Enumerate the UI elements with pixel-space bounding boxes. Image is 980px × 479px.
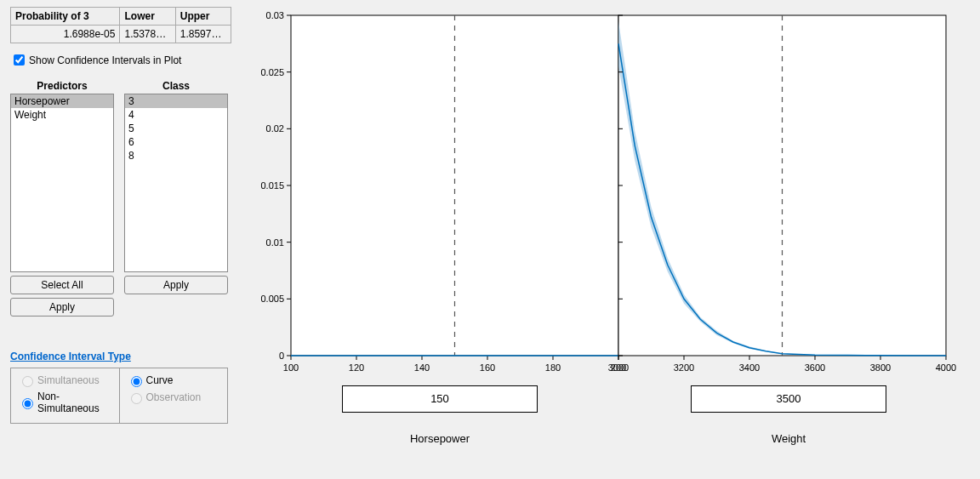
th-upper: Upper: [175, 8, 231, 26]
list-item[interactable]: 6: [125, 135, 227, 149]
chart-svg: 00.0050.010.0150.020.0250.03100120140160…: [248, 7, 963, 373]
list-item[interactable]: Weight: [11, 108, 113, 122]
apply-class-button[interactable]: Apply: [124, 276, 228, 294]
radio-non-simultaneous[interactable]: [22, 398, 33, 409]
radio-label: Observation: [146, 391, 202, 403]
td-prob: 1.6988e-05: [11, 26, 120, 43]
class-label: Class: [124, 80, 228, 92]
radio-curve[interactable]: [131, 376, 142, 387]
list-item[interactable]: 5: [125, 122, 227, 135]
weight-axis-title: Weight: [691, 432, 886, 445]
svg-text:0.01: 0.01: [266, 237, 284, 248]
svg-text:3200: 3200: [674, 362, 694, 373]
horsepower-input[interactable]: 150: [342, 385, 538, 413]
list-item[interactable]: 8: [125, 149, 227, 163]
predictors-listbox[interactable]: HorsepowerWeight: [10, 94, 114, 272]
svg-text:0.025: 0.025: [260, 67, 284, 77]
radio-label: Simultaneous: [37, 374, 100, 386]
svg-text:100: 100: [283, 362, 299, 373]
chart-area: 00.0050.010.0150.020.0250.03100120140160…: [248, 7, 963, 373]
apply-predictors-button[interactable]: Apply: [10, 298, 114, 316]
radio-label: Non-Simultaneous: [37, 391, 112, 414]
th-prob: Probability of 3: [11, 8, 120, 26]
list-item[interactable]: 3: [125, 94, 227, 108]
radio-label: Curve: [146, 374, 174, 386]
ci-type-box: SimultaneousNon-Simultaneous CurveObserv…: [10, 368, 228, 424]
horsepower-axis-title: Horsepower: [342, 432, 538, 445]
radio-simultaneous: [22, 376, 33, 387]
svg-text:0: 0: [279, 351, 284, 361]
predictors-label: Predictors: [10, 80, 114, 92]
svg-text:160: 160: [480, 362, 495, 373]
svg-text:3000: 3000: [608, 362, 629, 373]
svg-text:0.03: 0.03: [266, 10, 284, 20]
svg-text:3600: 3600: [805, 362, 825, 373]
svg-text:0.02: 0.02: [266, 123, 284, 134]
ci-type-title: Confidence Interval Type: [10, 351, 240, 362]
svg-text:0.015: 0.015: [260, 180, 284, 191]
svg-text:3800: 3800: [870, 362, 891, 373]
select-all-button[interactable]: Select All: [10, 276, 114, 294]
class-listbox[interactable]: 34568: [124, 94, 228, 272]
show-ci-label[interactable]: Show Confidence Intervals in Plot: [29, 54, 181, 66]
list-item[interactable]: 4: [125, 108, 227, 122]
th-lower: Lower: [120, 8, 175, 26]
svg-text:0.005: 0.005: [260, 294, 284, 304]
probability-table: Probability of 3 Lower Upper 1.6988e-05 …: [10, 7, 231, 43]
list-item[interactable]: Horsepower: [11, 94, 113, 108]
svg-text:4000: 4000: [936, 362, 956, 373]
svg-text:3400: 3400: [739, 362, 760, 373]
svg-text:120: 120: [349, 362, 364, 373]
show-ci-checkbox[interactable]: [14, 54, 25, 66]
weight-input[interactable]: 3500: [691, 385, 886, 413]
td-lower: 1.5378e…: [120, 26, 175, 43]
td-upper: 1.8597e…: [175, 26, 231, 43]
svg-text:180: 180: [545, 362, 561, 373]
radio-observation: [131, 393, 142, 404]
svg-text:140: 140: [414, 362, 430, 373]
